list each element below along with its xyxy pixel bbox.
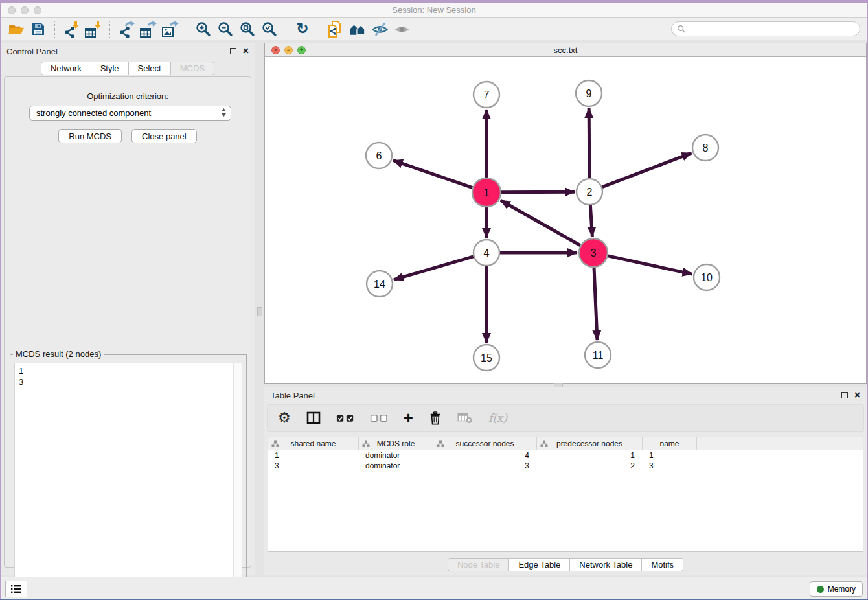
float-panel-icon[interactable] — [230, 48, 236, 54]
window-border-left — [0, 0, 1, 600]
deselect-all-columns-button[interactable] — [370, 408, 388, 428]
create-column-button[interactable]: + — [404, 408, 413, 428]
horizontal-splitter-grip[interactable] — [554, 383, 563, 387]
first-neighbors-button[interactable] — [347, 19, 369, 39]
edge-2-8[interactable] — [602, 153, 692, 187]
tab-network-table[interactable]: Network Table — [570, 558, 642, 571]
table-row[interactable]: 3dominator323 — [268, 461, 863, 471]
table-cell[interactable]: 3 — [268, 461, 359, 471]
column-header-MCDS-role[interactable]: MCDS role — [359, 437, 433, 450]
show-columns-button[interactable] — [306, 408, 321, 428]
table-cell[interactable]: dominator — [359, 461, 433, 471]
chevron-updown-icon — [221, 108, 227, 119]
tab-mcds[interactable]: MCDS — [171, 62, 214, 75]
close-panel-button[interactable]: Close panel — [131, 129, 197, 143]
toolbar-separator — [54, 21, 55, 38]
tab-select[interactable]: Select — [129, 62, 171, 75]
open-session-button[interactable] — [5, 19, 27, 39]
close-table-panel-icon[interactable]: × — [854, 392, 860, 398]
tab-style[interactable]: Style — [91, 62, 129, 75]
fx-icon: f(x) — [488, 411, 507, 424]
zoom-fit-button[interactable] — [236, 19, 258, 39]
zoom-in-button[interactable] — [192, 19, 214, 39]
node-label-14: 14 — [374, 279, 385, 290]
table-cell[interactable]: dominator — [359, 450, 433, 461]
network-canvas[interactable]: 7968124314101511 — [265, 57, 866, 383]
zoom-out-button[interactable] — [214, 19, 236, 39]
column-header-shared-name[interactable]: shared name — [268, 437, 359, 450]
node-label-2: 2 — [587, 187, 593, 198]
refresh-layout-button[interactable]: ↻ — [291, 19, 314, 39]
mcds-result-textarea[interactable]: 1 3 — [14, 363, 242, 595]
import-table-button[interactable] — [82, 19, 104, 39]
select-all-columns-button[interactable] — [336, 408, 354, 428]
splitter-grip[interactable] — [257, 307, 262, 316]
export-table-icon — [139, 20, 157, 38]
edge-3-1[interactable] — [501, 200, 580, 245]
task-history-button[interactable] — [5, 581, 27, 597]
open-folder-icon — [8, 21, 25, 38]
window-border-top — [0, 0, 868, 3]
hide-selected-button[interactable] — [369, 19, 391, 39]
control-panel-title: Control Panel — [6, 47, 58, 56]
unchecked-boxes-icon — [370, 413, 388, 423]
search-input[interactable] — [689, 25, 854, 34]
search-field — [671, 21, 860, 36]
table-tabs: Node Table Edge Table Network Table Moti… — [264, 558, 867, 571]
table-cell[interactable]: 4 — [433, 450, 537, 461]
edge-2-9[interactable] — [589, 108, 589, 178]
edge-1-6[interactable] — [393, 160, 472, 187]
column-header-predecessor-nodes[interactable]: predecessor nodes — [537, 437, 643, 450]
gear-icon: ⚙ — [278, 411, 291, 425]
node-table[interactable]: shared nameMCDS rolesuccessor nodesprede… — [268, 437, 863, 552]
table-body: 1dominator4113dominator323 — [268, 450, 863, 471]
column-header-successor-nodes[interactable]: successor nodes — [433, 437, 537, 450]
node-label-9: 9 — [586, 88, 592, 99]
criterion-select[interactable]: strongly connected component — [29, 106, 231, 121]
column-header-name[interactable]: name — [643, 437, 697, 450]
table-settings-button[interactable]: ⚙ — [278, 408, 291, 428]
export-network-button[interactable] — [115, 19, 137, 39]
float-table-panel-icon[interactable] — [841, 392, 848, 398]
close-panel-icon[interactable]: × — [243, 48, 249, 54]
vertical-splitter[interactable] — [255, 43, 264, 575]
clone-network-button[interactable] — [325, 19, 347, 39]
mcds-result-group: MCDS result (2 nodes) 1 3 — [10, 354, 247, 600]
edge-1-2[interactable] — [501, 192, 575, 192]
memory-button[interactable]: Memory — [810, 581, 863, 597]
table-cell[interactable]: 1 — [268, 450, 359, 461]
import-network-button[interactable] — [60, 19, 82, 39]
zoom-selected-button[interactable] — [258, 19, 280, 39]
edge-2-3[interactable] — [590, 205, 592, 237]
table-cell[interactable]: 1 — [643, 450, 697, 461]
mcds-panel: Optimization criterion: strongly connect… — [4, 76, 251, 568]
column-label: predecessor nodes — [556, 439, 622, 448]
delete-table-button[interactable] — [457, 408, 473, 428]
column-label: MCDS role — [377, 439, 415, 448]
mcds-result-title: MCDS result (2 nodes) — [13, 349, 104, 359]
export-table-button[interactable] — [137, 19, 159, 39]
save-session-button[interactable] — [27, 19, 49, 39]
edge-4-14[interactable] — [394, 257, 474, 280]
edge-3-10[interactable] — [608, 256, 692, 274]
show-hidden-button[interactable] — [391, 19, 413, 39]
table-row[interactable]: 1dominator411 — [268, 450, 863, 461]
function-builder-button[interactable]: f(x) — [488, 408, 507, 428]
delete-table-icon — [457, 412, 473, 424]
tab-motifs[interactable]: Motifs — [642, 558, 683, 571]
tab-network[interactable]: Network — [41, 62, 91, 75]
column-type-icon — [437, 440, 444, 448]
table-cell[interactable]: 3 — [643, 461, 697, 471]
table-cell[interactable]: 2 — [537, 461, 643, 471]
edge-3-11[interactable] — [594, 268, 597, 340]
tab-edge-table[interactable]: Edge Table — [509, 558, 570, 571]
result-scrollbar[interactable] — [233, 363, 242, 594]
column-label: shared name — [290, 439, 336, 448]
tab-node-table[interactable]: Node Table — [448, 558, 510, 571]
list-icon — [10, 584, 22, 594]
table-cell[interactable]: 3 — [433, 461, 537, 471]
table-cell[interactable]: 1 — [537, 450, 643, 461]
export-image-button[interactable] — [159, 19, 181, 39]
run-mcds-button[interactable]: Run MCDS — [58, 129, 122, 143]
delete-column-button[interactable] — [429, 408, 442, 428]
